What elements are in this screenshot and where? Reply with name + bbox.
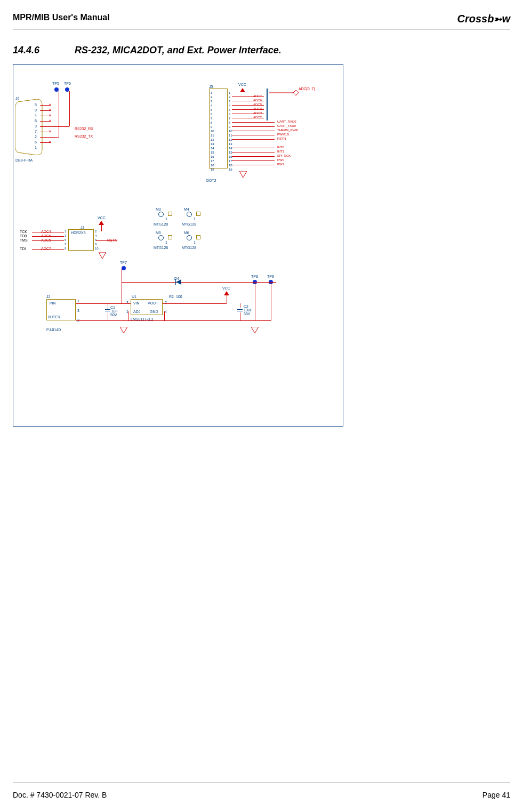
j5-pin: 3 bbox=[229, 100, 230, 103]
j3-tck: TCK bbox=[20, 230, 27, 234]
brand-logo: Crossb➳w bbox=[457, 13, 510, 25]
logo-suffix: w bbox=[502, 13, 510, 25]
j5-pin: 12 bbox=[211, 138, 214, 141]
nc-mark: ✕ bbox=[49, 108, 52, 112]
j5-pin: 12 bbox=[229, 138, 232, 141]
footer-page: Page 41 bbox=[482, 791, 510, 799]
db9-pin-7: 7 bbox=[35, 130, 37, 133]
j5-name: DOT2 bbox=[206, 179, 216, 182]
j5-pin: 14 bbox=[229, 147, 232, 150]
mtg-hole-icon bbox=[187, 212, 192, 217]
j5-pin: 18 bbox=[229, 164, 232, 167]
db9-pin-5: 5 bbox=[35, 103, 37, 107]
j5-pin: 6 bbox=[211, 112, 212, 116]
j2-ref: J2 bbox=[46, 295, 50, 299]
sig-adc5: ADC5 bbox=[253, 103, 262, 106]
j3-tdi: TDI bbox=[20, 247, 26, 251]
wire bbox=[32, 240, 64, 241]
sig-pw1: PW1 bbox=[277, 163, 284, 166]
rs232-tx-label: RS232_TX bbox=[75, 134, 93, 138]
adc-bus-label: ADC[0..7] bbox=[299, 87, 315, 91]
r2-ref: R2 bbox=[169, 295, 174, 299]
db9-pin-9: 9 bbox=[35, 108, 37, 112]
j5-pin: 9 bbox=[211, 125, 212, 128]
nc-mark: ✕ bbox=[49, 140, 52, 144]
j5-pin: 10 bbox=[229, 130, 232, 133]
wire bbox=[232, 126, 275, 127]
j5-pin: 1 bbox=[211, 91, 212, 94]
j2-pin-label: PIN bbox=[50, 301, 56, 305]
wire bbox=[128, 311, 128, 320]
header-divider bbox=[13, 29, 510, 29]
tp7-label: TP7 bbox=[120, 261, 127, 264]
j5-pin: 2 bbox=[229, 95, 230, 99]
m6-ref: M6 bbox=[184, 231, 189, 235]
sig-uart-txd0: UART_TXD0 bbox=[277, 124, 296, 127]
test-point-tp6 bbox=[65, 87, 69, 92]
j3-ref: J3 bbox=[81, 226, 84, 229]
wire bbox=[96, 240, 117, 241]
j5-pin: 9 bbox=[229, 125, 230, 128]
mtg128-label: MTG128 bbox=[182, 222, 196, 226]
j3-pin: 9 bbox=[65, 247, 66, 250]
db9-pin-4: 4 bbox=[35, 114, 37, 117]
m3-ref: M3 bbox=[156, 207, 161, 211]
j3-pin: 6 bbox=[95, 238, 96, 242]
wire bbox=[240, 303, 240, 308]
vcc-arrow-icon bbox=[240, 88, 245, 92]
c1-val: .1uF bbox=[110, 309, 118, 313]
j5-pin: 4 bbox=[229, 104, 230, 107]
test-point-tp7 bbox=[122, 266, 126, 270]
sig-adc6: ADC6 bbox=[253, 99, 262, 102]
gnd-icon bbox=[120, 326, 127, 332]
c2-val: 10uF bbox=[244, 308, 252, 312]
sig-int0: INT0 bbox=[277, 146, 284, 149]
j6-ref: J6 bbox=[15, 97, 19, 100]
footer-doc: Doc. # 7430-0021-07 Rev. B bbox=[13, 791, 107, 799]
gnd-icon bbox=[251, 326, 259, 332]
wire bbox=[271, 282, 271, 320]
wire bbox=[232, 139, 275, 140]
j5-pin: 8 bbox=[211, 121, 212, 124]
mtg-pin-1: 1 bbox=[194, 240, 196, 244]
j5-pin: 19 bbox=[229, 168, 232, 171]
j5-pin: 7 bbox=[229, 117, 230, 120]
nc-mark: ✕ bbox=[49, 103, 52, 107]
j5-pin: 6 bbox=[229, 112, 230, 116]
c1-volt: 50V bbox=[110, 313, 117, 317]
j5-pin: 19 bbox=[211, 168, 214, 171]
sig-spi-sck: SPI_SCK bbox=[277, 154, 291, 157]
tp8-label: TP8 bbox=[251, 275, 258, 278]
c2-volt: 35V bbox=[244, 312, 250, 316]
j5-pin: 5 bbox=[229, 108, 230, 111]
mtg-hole-icon bbox=[187, 235, 192, 240]
j3-vcc-label: VCC bbox=[98, 216, 106, 220]
wire bbox=[40, 137, 59, 138]
j5-pin: 14 bbox=[211, 147, 214, 150]
wire bbox=[232, 131, 275, 131]
m5-ref: M5 bbox=[156, 231, 161, 235]
nc-mark: ✕ bbox=[49, 119, 52, 123]
mtg-pin-1: 1 bbox=[194, 217, 196, 221]
j5-pin: 8 bbox=[229, 121, 230, 124]
mtg128-label: MTG128 bbox=[154, 246, 168, 250]
sig-pw0: PW0 bbox=[277, 158, 284, 162]
bus-line bbox=[267, 89, 268, 120]
wire bbox=[76, 320, 271, 321]
db9-name: DB9-F-RA bbox=[15, 158, 33, 162]
wire bbox=[32, 249, 64, 250]
wire bbox=[227, 295, 227, 303]
j3-pin: 3 bbox=[65, 234, 66, 237]
mtg-pin-1: 1 bbox=[165, 240, 167, 244]
j5-pin: 13 bbox=[229, 142, 232, 146]
sig-adc4: ADC4 bbox=[253, 107, 262, 110]
mtg-pin-1: 1 bbox=[165, 217, 167, 221]
tp9-label: TP9 bbox=[267, 275, 274, 278]
wire bbox=[32, 232, 64, 232]
wire bbox=[122, 269, 122, 303]
wire bbox=[108, 303, 108, 309]
db9-pin-3: 3 bbox=[35, 124, 37, 128]
db9-pin-8: 8 bbox=[35, 119, 37, 123]
u1-adj: ADJ bbox=[133, 310, 140, 313]
j5-pin: 10 bbox=[211, 130, 214, 133]
